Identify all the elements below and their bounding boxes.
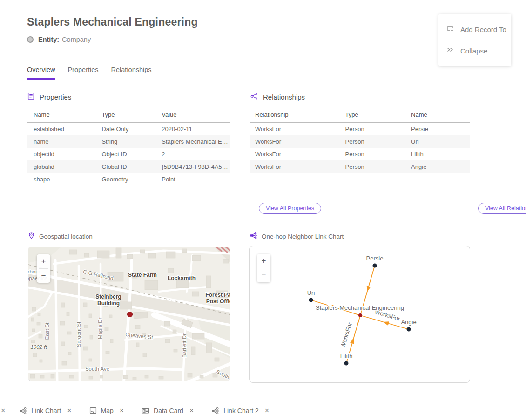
- one-hop-title: One-hop Neighbor Link Chart: [262, 233, 344, 240]
- close-tab-button[interactable]: ×: [189, 407, 194, 414]
- column-header-relationship: Relationship: [250, 108, 341, 123]
- map-zoom-out-button[interactable]: −: [37, 269, 50, 283]
- map-label: Bartlett Dr: [182, 333, 187, 358]
- tab-properties[interactable]: Properties: [67, 66, 98, 80]
- edge-label: WorksFor: [339, 321, 353, 349]
- map-pin-icon: [28, 232, 35, 241]
- table-cell: established: [27, 123, 95, 136]
- node-label: Staplers Mechanical Engineering: [316, 304, 404, 311]
- close-tab-button[interactable]: ×: [265, 407, 269, 414]
- edge-arrow-icon: [383, 321, 389, 326]
- map-label: South Ave: [85, 366, 109, 372]
- table-row: WorksForPersonAngie: [250, 160, 470, 173]
- person-node[interactable]: [373, 264, 377, 268]
- data-card-icon: [142, 407, 149, 415]
- entity-label: Entity:: [38, 36, 59, 43]
- table-cell: Point: [155, 173, 230, 186]
- center-entity-node[interactable]: [358, 313, 362, 317]
- properties-table: NameTypeValueestablishedDate Only2020-02…: [27, 108, 230, 186]
- person-node[interactable]: [309, 298, 313, 302]
- table-cell-link[interactable]: WorksFor: [250, 135, 341, 148]
- chart-zoom-out-button[interactable]: −: [257, 268, 270, 282]
- collapse-icon: [446, 46, 454, 56]
- geospatial-title: Geospatial location: [39, 233, 93, 240]
- table-cell-link[interactable]: WorksFor: [250, 160, 341, 173]
- menu-item-add-record-to[interactable]: Add Record To: [438, 19, 511, 40]
- view-tab-label: Link Chart 2: [223, 407, 258, 414]
- column-header-type: Type: [341, 108, 407, 123]
- map-panel[interactable]: rbouropaedicsC G RailroadState FarmLocks…: [28, 247, 230, 381]
- map-labels: rbouropaedicsC G RailroadState FarmLocks…: [28, 247, 230, 381]
- person-node[interactable]: [407, 327, 411, 332]
- relationships-icon: [250, 92, 258, 102]
- view-tab-link-chart[interactable]: Link Chart×: [19, 407, 71, 415]
- node-label: Lilith: [340, 353, 353, 360]
- map-zoom-in-button[interactable]: +: [37, 254, 50, 268]
- relationships-section-header: Relationships: [250, 92, 470, 102]
- close-tab-button[interactable]: ×: [67, 407, 71, 414]
- table-row: objectidObject ID2: [27, 148, 230, 160]
- edge-arrow-icon: [367, 286, 371, 292]
- link-chart-canvas[interactable]: WorksForWorksForStaplers Mechanical Engi…: [250, 246, 470, 383]
- table-cell-link[interactable]: WorksFor: [250, 123, 341, 136]
- table-cell: Date Only: [95, 123, 155, 136]
- map-zoom-widget: + −: [37, 254, 50, 283]
- one-hop-icon: [250, 232, 257, 241]
- map-label: Maple Dr: [97, 318, 103, 340]
- link-chart-panel[interactable]: WorksForWorksForStaplers Mechanical Engi…: [249, 246, 470, 383]
- tab-relationships[interactable]: Relationships: [111, 66, 152, 80]
- table-cell: {5D9B4713-F98D-4A53-...: [155, 160, 230, 173]
- table-row: shapeGeometryPoint: [27, 173, 230, 186]
- menu-item-label: Collapse: [460, 47, 487, 55]
- page-title: Staplers Mechanical Engineering: [27, 16, 198, 28]
- table-cell-link[interactable]: Uri: [406, 135, 470, 148]
- properties-icon: [27, 92, 35, 102]
- column-header-name: Name: [27, 108, 95, 123]
- properties-title: Properties: [40, 93, 71, 101]
- map-label: Steinberg: [95, 293, 121, 300]
- view-tab-label: Link Chart: [31, 407, 61, 414]
- view-tab-link-chart-2[interactable]: Link Chart 2×: [211, 407, 269, 415]
- table-row: WorksForPersonLilith: [250, 148, 470, 160]
- map-label: East St: [44, 322, 50, 340]
- table-cell: name: [27, 135, 95, 148]
- link-chart-icon: [211, 407, 219, 415]
- table-cell: String: [95, 135, 155, 148]
- map-label: C G Railroad: [82, 269, 114, 281]
- edge-arrow-icon: [350, 338, 354, 344]
- entity-value: Company: [62, 36, 91, 43]
- table-cell: Global ID: [95, 160, 155, 173]
- table-row: globalidGlobal ID{5D9B4713-F98D-4A53-...: [27, 160, 230, 173]
- view-tab-data-card[interactable]: Data Card×: [142, 407, 194, 415]
- node-label: Persie: [366, 255, 384, 262]
- table-row: establishedDate Only2020-02-11: [27, 123, 230, 136]
- map-label: South: [216, 369, 230, 380]
- map-label: Sargent St: [76, 322, 81, 347]
- node-label: Angie: [401, 319, 416, 326]
- view-all-relationships-button[interactable]: View All Relationships: [478, 203, 526, 214]
- map-label: Locksmith: [168, 275, 196, 281]
- menu-item-collapse[interactable]: Collapse: [438, 40, 511, 61]
- table-cell-link[interactable]: Angie: [406, 160, 470, 173]
- table-cell: Object ID: [95, 148, 155, 160]
- map-label: Cheaves St: [125, 332, 153, 340]
- partial-tab-close-button[interactable]: ×: [1, 407, 5, 414]
- tab-bar: OverviewPropertiesRelationships: [27, 66, 152, 80]
- relationships-title: Relationships: [263, 93, 305, 101]
- person-node[interactable]: [344, 361, 349, 366]
- table-cell-link[interactable]: Persie: [406, 123, 470, 136]
- table-cell: Staplers Mechanical Eng...: [155, 135, 230, 148]
- table-cell-link[interactable]: Lilith: [406, 148, 470, 160]
- view-tab-map[interactable]: Map×: [89, 407, 124, 414]
- add-record-icon: [446, 24, 454, 34]
- table-row: WorksForPersonPersie: [250, 123, 470, 136]
- table-cell: shape: [27, 173, 95, 186]
- table-cell: globalid: [27, 160, 95, 173]
- view-tab-label: Data Card: [154, 407, 183, 414]
- table-cell-link[interactable]: WorksFor: [250, 148, 341, 160]
- chart-zoom-in-button[interactable]: +: [257, 254, 270, 268]
- map-label: Forest Par: [205, 292, 230, 298]
- table-cell: 2020-02-11: [155, 123, 230, 136]
- tab-overview[interactable]: Overview: [27, 66, 55, 80]
- close-tab-button[interactable]: ×: [120, 407, 124, 414]
